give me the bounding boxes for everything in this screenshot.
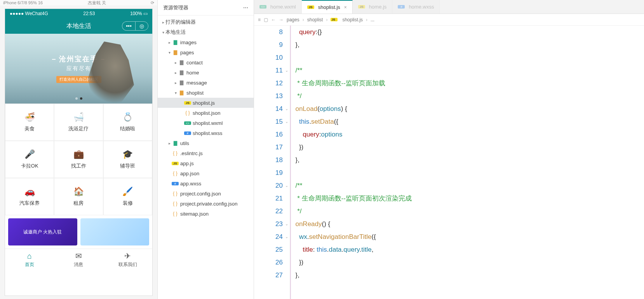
tree-item[interactable]: ▾▇shoplist — [158, 88, 254, 98]
refresh-selector[interactable]: 杰童戟 关 — [88, 0, 106, 6]
tabbar-item[interactable]: ⌂首页 — [5, 249, 54, 270]
hero-banner[interactable]: – 沧州宝在手 – 应有尽有 打造沧州人自己的社区 — [5, 34, 152, 104]
category-cell[interactable]: 🖌️装修 — [103, 178, 152, 215]
tree-item[interactable]: <>shoplist.wxml — [158, 118, 254, 128]
tree-section-opened[interactable]: ▸打开的编辑器 — [158, 17, 254, 27]
twisty-icon[interactable]: ▸ — [173, 60, 178, 65]
editor-tab[interactable]: JSshoplist.js× — [302, 0, 353, 14]
fold-marker[interactable] — [284, 38, 289, 51]
code-line[interactable]: }, — [292, 154, 644, 166]
category-cell[interactable]: 💍结婚啦 — [103, 104, 152, 141]
fold-marker[interactable]: ⌄ — [284, 218, 289, 230]
code-line[interactable]: title: this.data.query.title, — [292, 243, 644, 256]
tabbar-item[interactable]: ✈联系我们 — [103, 249, 152, 270]
editor-tab[interactable]: <>home.wxml — [254, 0, 302, 14]
tree-item[interactable]: ▸▇images — [158, 37, 254, 47]
fold-marker[interactable]: ⌄ — [284, 64, 289, 77]
crumb[interactable]: shoplist.js — [342, 17, 363, 22]
tree-item[interactable]: ▸▇message — [158, 78, 254, 88]
category-cell[interactable]: 💼找工作 — [54, 141, 103, 178]
code-line[interactable]: query:options — [292, 128, 644, 141]
list-icon[interactable]: ≡ — [258, 17, 261, 22]
explorer-more-icon[interactable]: ⋯ — [243, 5, 248, 10]
capsule-close-icon[interactable]: ◎ — [135, 21, 148, 31]
tree-item[interactable]: { }project.private.config.json — [158, 199, 254, 209]
code-line[interactable]: }, — [292, 269, 644, 282]
code-line[interactable]: onLoad(options) { — [292, 102, 644, 115]
fold-marker[interactable] — [284, 166, 289, 179]
forward-icon[interactable]: → — [279, 17, 284, 22]
twisty-icon[interactable]: ▸ — [167, 40, 172, 45]
tree-item[interactable]: ▸▇contact — [158, 57, 254, 67]
code-line[interactable]: this.setData({ — [292, 115, 644, 128]
code-line[interactable]: /** — [292, 179, 644, 192]
code-line[interactable]: }) — [292, 141, 644, 154]
twisty-icon[interactable]: ▸ — [167, 141, 172, 145]
twisty-icon[interactable]: ▾ — [167, 50, 172, 55]
crumb[interactable]: pages — [287, 17, 299, 22]
fold-marker[interactable] — [284, 51, 289, 64]
tree-item[interactable]: JSapp.js — [158, 158, 254, 168]
fold-marker[interactable] — [284, 205, 289, 218]
fold-marker[interactable] — [284, 192, 289, 205]
code-line[interactable] — [292, 51, 644, 64]
code-line[interactable]: onReady() { — [292, 218, 644, 230]
tree-item[interactable]: { }sitemap.json — [158, 209, 254, 219]
code-line[interactable]: */ — [292, 205, 644, 218]
code-line[interactable]: }, — [292, 38, 644, 51]
fold-marker[interactable] — [284, 243, 289, 256]
code-line[interactable]: }) — [292, 256, 644, 269]
fold-marker[interactable] — [284, 26, 289, 38]
back-icon[interactable]: ← — [271, 17, 276, 22]
close-icon[interactable]: × — [344, 5, 347, 10]
tabbar-item[interactable]: ✉消息 — [54, 249, 103, 270]
fold-marker[interactable] — [284, 154, 289, 166]
tree-item[interactable]: { }project.config.json — [158, 188, 254, 199]
tree-section-root[interactable]: ▾本地生活 — [158, 27, 254, 37]
code-line[interactable]: wx.setNavigationBarTitle({ — [292, 230, 644, 243]
fold-marker[interactable]: ⌄ — [284, 115, 289, 128]
twisty-icon[interactable]: ▸ — [173, 81, 178, 85]
category-cell[interactable]: 🍜美食 — [5, 104, 54, 141]
bookmark-icon[interactable]: ▢ — [264, 17, 268, 22]
tree-item[interactable]: #app.wxss — [158, 178, 254, 188]
twisty-icon[interactable]: ▸ — [173, 71, 178, 75]
promo-card[interactable]: 诚邀商户 火热入驻 — [8, 218, 77, 245]
dot[interactable] — [75, 97, 78, 100]
editor-tab[interactable]: #home.wxss — [392, 0, 440, 14]
fold-marker[interactable] — [284, 256, 289, 269]
device-selector[interactable]: iPhone 6/7/8 95% 16 — [3, 0, 43, 5]
category-cell[interactable]: 🏠租房 — [54, 178, 103, 215]
fold-marker[interactable]: ⌄ — [284, 102, 289, 115]
category-cell[interactable]: 🚗汽车保养 — [5, 178, 54, 215]
fold-marker[interactable] — [284, 141, 289, 154]
tree-item[interactable]: ▸▇utils — [158, 138, 254, 148]
category-cell[interactable]: 🛁洗浴足疗 — [54, 104, 103, 141]
twisty-icon[interactable]: ▾ — [173, 91, 178, 95]
code-line[interactable]: /** — [292, 64, 644, 77]
tree-item[interactable]: JSshoplist.js — [158, 98, 254, 108]
code-area[interactable]: query:{} }, /** * 生命周期函数--监听页面加载 */ onLo… — [290, 26, 644, 299]
code-line[interactable]: query:{} — [292, 26, 644, 38]
promo-card[interactable] — [80, 218, 150, 245]
fold-marker[interactable]: ⌄ — [284, 179, 289, 192]
reload-icon[interactable]: ⟳ — [151, 0, 154, 5]
code-line[interactable]: * 生命周期函数--监听页面初次渲染完成 — [292, 192, 644, 205]
category-cell[interactable]: 🎤卡拉OK — [5, 141, 54, 178]
fold-marker[interactable] — [284, 77, 289, 90]
code-line[interactable]: */ — [292, 90, 644, 102]
tree-item[interactable]: ▾▇pages — [158, 47, 254, 57]
capsule-menu-icon[interactable]: ••• — [122, 21, 135, 31]
fold-marker[interactable] — [284, 269, 289, 282]
fold-marker[interactable] — [284, 128, 289, 141]
fold-marker[interactable] — [284, 90, 289, 102]
code-line[interactable]: * 生命周期函数--监听页面加载 — [292, 77, 644, 90]
crumb[interactable]: shoplist — [307, 17, 323, 22]
editor-tab[interactable]: JShome.js — [353, 0, 393, 14]
tree-item[interactable]: #shoplist.wxss — [158, 128, 254, 138]
fold-marker[interactable]: ⌄ — [284, 230, 289, 243]
tree-item[interactable]: ▸▇home — [158, 67, 254, 78]
tree-item[interactable]: { }shoplist.json — [158, 108, 254, 118]
tree-item[interactable]: { }.eslintrc.js — [158, 148, 254, 158]
dot-active[interactable] — [80, 97, 82, 100]
